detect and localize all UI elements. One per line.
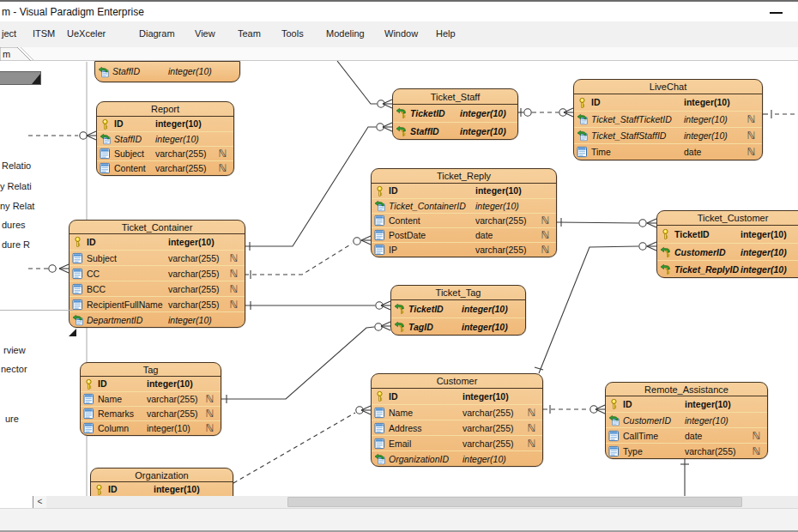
entity-column-row[interactable]: CustomerIDinteger(10) bbox=[657, 243, 798, 260]
entity-column-row[interactable]: CCvarchar(255)ℕ bbox=[70, 265, 245, 281]
menu-item-help[interactable]: Help bbox=[436, 28, 456, 39]
entity-column-row[interactable]: Emailvarchar(255)ℕ bbox=[372, 435, 542, 450]
menu-item-ject[interactable]: ject bbox=[2, 28, 16, 39]
diagram-tab[interactable]: m bbox=[3, 49, 10, 59]
entity-column-row[interactable]: DepartmentIDinteger(10) bbox=[70, 311, 245, 327]
column-type: varchar(255) bbox=[685, 444, 736, 459]
entity-column-row[interactable]: IDinteger(10) bbox=[81, 377, 221, 391]
entity-column-row[interactable]: Contentvarchar(255)ℕ bbox=[97, 160, 233, 175]
menu-item-view[interactable]: View bbox=[195, 28, 215, 39]
entity-column-row[interactable]: RecipientFullNamevarchar(255)ℕ bbox=[70, 296, 245, 311]
entity-column-row[interactable]: Ticket_ContainerIDinteger(10) bbox=[372, 198, 556, 213]
entity-title: Ticket_Reply bbox=[372, 169, 556, 184]
scroll-left-button[interactable]: < bbox=[33, 496, 46, 508]
cardinality-circle bbox=[354, 238, 360, 245]
toolbox-item[interactable]: Relatio bbox=[2, 160, 31, 171]
column-type: varchar(255) bbox=[168, 266, 220, 281]
menu-item-window[interactable]: Window bbox=[384, 28, 418, 39]
entity-Ticket_Staff[interactable]: Ticket_StaffTicketIDinteger(10)StaffIDin… bbox=[392, 88, 518, 140]
entity-column-row[interactable]: Ticket_StaffStaffIDinteger(10)ℕ bbox=[574, 127, 762, 143]
nullable-badge: ℕ bbox=[541, 228, 549, 243]
toolbox-item[interactable]: dures bbox=[2, 220, 26, 230]
entity-Ticket_Reply[interactable]: Ticket_ReplyIDinteger(10)Ticket_Containe… bbox=[371, 168, 557, 257]
column-type: date bbox=[685, 428, 702, 444]
entity-Organization[interactable]: OrganizationIDinteger(10) bbox=[90, 468, 233, 496]
foreign-key-icon bbox=[577, 130, 588, 142]
entity-column-row[interactable]: IDinteger(10) bbox=[372, 389, 542, 404]
scrollbar-thumb[interactable] bbox=[287, 497, 742, 507]
entity-column-row[interactable]: IDinteger(10) bbox=[91, 482, 233, 496]
entity-column-row[interactable]: IDinteger(10) bbox=[70, 234, 245, 250]
relationship-connector bbox=[535, 242, 656, 373]
entity-column-row[interactable]: Ticket_StaffTicketIDinteger(10)ℕ bbox=[574, 111, 762, 127]
entity-column-row[interactable]: CustomerIDinteger(10) bbox=[606, 412, 767, 427]
toolbox-item[interactable]: rview bbox=[3, 345, 26, 355]
entity-column-row[interactable]: StaffIDinteger(10) bbox=[95, 62, 239, 82]
toolbox-item[interactable]: ny Relat bbox=[0, 201, 34, 211]
toolbox-item[interactable]: dure R bbox=[2, 239, 30, 250]
entity-column-row[interactable]: TicketIDinteger(10) bbox=[393, 105, 517, 122]
crowfoot-mark bbox=[361, 240, 371, 245]
entity-column-row[interactable]: Namevarchar(255)ℕ bbox=[81, 391, 221, 406]
column-type: integer(10) bbox=[147, 377, 193, 391]
column-type: integer(10) bbox=[460, 105, 506, 122]
column-type: integer(10) bbox=[462, 451, 506, 467]
menu-item-uexceler[interactable]: UeXceler bbox=[67, 28, 106, 39]
entity-staff-partial[interactable]: StaffIDinteger(10) bbox=[94, 61, 240, 82]
entity-column-row[interactable]: Subjectvarchar(255)ℕ bbox=[97, 146, 233, 160]
toolbox-item[interactable]: nector bbox=[1, 364, 27, 374]
entity-column-row[interactable]: TicketIDinteger(10) bbox=[391, 300, 525, 317]
entity-Ticket_Tag[interactable]: Ticket_TagTicketIDinteger(10)TagIDintege… bbox=[390, 285, 526, 336]
entity-column-row[interactable]: CallTimedateℕ bbox=[606, 427, 767, 443]
entity-column-row[interactable]: IDinteger(10) bbox=[606, 396, 767, 412]
entity-column-row[interactable]: IDinteger(10) bbox=[372, 184, 556, 198]
entity-Customer[interactable]: CustomerIDinteger(10)Namevarchar(255)ℕAd… bbox=[371, 373, 543, 467]
column-type: varchar(255) bbox=[462, 405, 514, 420]
entity-LiveChat[interactable]: LiveChatIDinteger(10)Ticket_StaffTicketI… bbox=[573, 79, 763, 160]
entity-column-row[interactable]: BCCvarchar(255)ℕ bbox=[70, 281, 245, 296]
entity-Report[interactable]: ReportIDinteger(10)StaffIDinteger(10)Sub… bbox=[96, 101, 234, 176]
diagram-canvas[interactable]: StaffIDinteger(10)ReportIDinteger(10)Sta… bbox=[0, 61, 798, 496]
toolbox-item[interactable]: y Relati bbox=[0, 181, 32, 191]
entity-column-row[interactable]: Timedateℕ bbox=[574, 143, 762, 160]
foreign-key-icon bbox=[100, 134, 111, 145]
entity-column-row[interactable]: Columninteger(10)ℕ bbox=[81, 420, 221, 435]
entity-Ticket_Customer[interactable]: Ticket_CustomerTicketIDinteger(10)Custom… bbox=[656, 210, 798, 278]
primary-key-icon bbox=[100, 118, 111, 130]
menu-item-team[interactable]: Team bbox=[238, 28, 261, 39]
column-name: Address bbox=[389, 420, 422, 436]
menu-item-tools[interactable]: Tools bbox=[281, 28, 304, 39]
selected-tool-button[interactable] bbox=[0, 72, 40, 84]
toolbox-item[interactable]: ure bbox=[5, 414, 19, 424]
entity-column-row[interactable]: TagIDinteger(10) bbox=[391, 317, 525, 335]
menu-item-diagram[interactable]: Diagram bbox=[139, 28, 175, 39]
entity-column-row[interactable]: Contentvarchar(255)ℕ bbox=[372, 213, 556, 227]
panel-collapse-triangle[interactable] bbox=[69, 329, 76, 336]
minimize-icon[interactable] bbox=[770, 12, 783, 14]
entity-Ticket_Container[interactable]: Ticket_ContainerIDinteger(10)Subjectvarc… bbox=[69, 220, 245, 328]
entity-column-row[interactable]: TicketIDinteger(10) bbox=[657, 226, 798, 243]
primary-foreign-key-icon bbox=[396, 108, 407, 119]
entity-column-row[interactable]: StaffIDinteger(10) bbox=[97, 131, 233, 146]
crowfoot-mark bbox=[381, 326, 390, 330]
entity-column-row[interactable]: Remarksvarchar(255)ℕ bbox=[81, 406, 221, 420]
cardinality-circle bbox=[49, 265, 56, 272]
entity-column-row[interactable]: Ticket_ReplyIDinteger(10) bbox=[657, 260, 798, 277]
entity-Tag[interactable]: TagIDinteger(10)Namevarchar(255)ℕRemarks… bbox=[80, 362, 221, 436]
primary-key-icon bbox=[660, 229, 671, 240]
menu-item-itsm[interactable]: ITSM bbox=[33, 28, 55, 39]
entity-column-row[interactable]: Addressvarchar(255)ℕ bbox=[372, 420, 542, 435]
entity-column-row[interactable]: StaffIDinteger(10) bbox=[393, 122, 517, 139]
menu-item-modeling[interactable]: Modeling bbox=[326, 28, 365, 39]
entity-column-row[interactable]: IPvarchar(255)ℕ bbox=[372, 242, 556, 257]
entity-column-row[interactable]: OrganizationIDinteger(10) bbox=[372, 450, 542, 466]
entity-column-row[interactable]: IDinteger(10) bbox=[574, 94, 762, 111]
entity-column-row[interactable]: Subjectvarchar(255)ℕ bbox=[70, 250, 245, 265]
column-name: ID bbox=[108, 482, 118, 496]
entity-column-row[interactable]: IDinteger(10) bbox=[97, 117, 233, 131]
entity-column-row[interactable]: Namevarchar(255)ℕ bbox=[372, 404, 542, 420]
entity-column-row[interactable]: PostDatedateℕ bbox=[372, 227, 556, 242]
entity-column-row[interactable]: Typevarchar(255)ℕ bbox=[606, 443, 767, 458]
column-type: varchar(255) bbox=[155, 161, 207, 176]
entity-Remote_Assistance[interactable]: Remote_AssistanceIDinteger(10)CustomerID… bbox=[605, 382, 768, 459]
